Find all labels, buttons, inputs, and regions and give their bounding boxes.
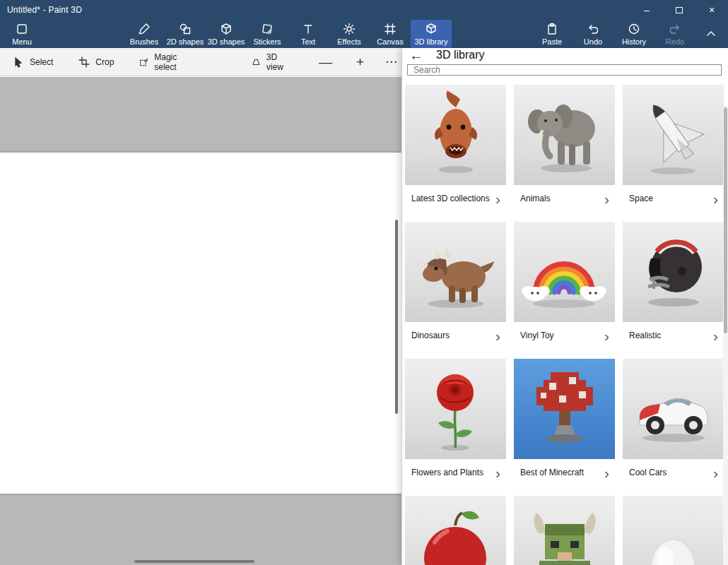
canvas-background	[0, 77, 401, 565]
tile-footer: Space ›	[623, 185, 724, 212]
tile-footer: Realistic ›	[623, 322, 724, 349]
tile-label: Space	[629, 194, 710, 204]
tile-label: Realistic	[629, 331, 710, 341]
title-bar: Untitled* - Paint 3D – ×	[0, 0, 728, 20]
window-title: Untitled* - Paint 3D	[0, 5, 82, 15]
fish-model-image	[405, 85, 506, 185]
tool-3d-shapes[interactable]: 3D shapes	[206, 20, 247, 48]
tool-3d-library[interactable]: 3D library	[411, 20, 452, 48]
zoom-out-button[interactable]: —	[315, 55, 336, 69]
tool-stickers[interactable]: Stickers	[247, 20, 288, 48]
vertical-scrollbar-thumb[interactable]	[395, 220, 398, 414]
action-label: Paste	[542, 37, 562, 46]
tile-flowers-and-plants[interactable]: Flowers and Plants ›	[405, 359, 506, 486]
tile-best-of-minecraft[interactable]: Best of Minecraft ›	[514, 359, 615, 486]
rose-model-image	[405, 359, 506, 459]
tile-footer: Dinosaurs ›	[405, 322, 506, 349]
tile-footer: Best of Minecraft ›	[514, 459, 615, 486]
chevron-right-icon: ›	[604, 465, 609, 480]
paste-icon	[546, 23, 558, 35]
chevron-right-icon: ›	[495, 465, 500, 480]
tool-canvas[interactable]: Canvas	[370, 20, 411, 48]
minimize-button[interactable]: –	[630, 0, 663, 20]
tool-label: Stickers	[253, 37, 281, 46]
tool-text[interactable]: Text	[288, 20, 329, 48]
main-toolbar: Menu Brushes 2D shapes 3D shapes Sticker…	[0, 20, 728, 48]
panel-scrollbar-thumb[interactable]	[724, 107, 727, 333]
tile-realistic[interactable]: Realistic ›	[623, 222, 724, 349]
tile-partial-minecraft-creature[interactable]: ›	[514, 496, 615, 565]
search-input[interactable]	[408, 65, 721, 75]
minimize-icon: –	[644, 4, 650, 16]
tile-label: Best of Minecraft	[520, 468, 601, 478]
mannequin-head-model-image	[623, 496, 724, 565]
tool-effects[interactable]: Effects	[329, 20, 370, 48]
tile-cool-cars[interactable]: Cool Cars ›	[623, 359, 724, 486]
tile-footer: Vinyl Toy ›	[514, 322, 615, 349]
tile-footer: Animals ›	[514, 185, 615, 212]
zoom-in-button[interactable]: +	[352, 55, 368, 69]
canvas-column: Select Crop Magic select 3D view — + ⋯	[0, 48, 401, 565]
menu-button[interactable]: Menu	[0, 20, 44, 48]
tile-footer: Flowers and Plants ›	[405, 459, 506, 486]
tool-label: 3D shapes	[208, 37, 245, 46]
panel-scrollbar	[723, 106, 728, 565]
3d-view-tool[interactable]: 3D view	[252, 52, 290, 72]
magic-select-tool[interactable]: Magic select	[139, 52, 192, 72]
select-icon	[13, 56, 24, 68]
tile-animals[interactable]: Animals ›	[514, 85, 615, 212]
tile-vinyl-toy[interactable]: Vinyl Toy ›	[514, 222, 615, 349]
redo-button[interactable]: Redo	[654, 20, 695, 48]
space-shuttle-model-image	[623, 85, 724, 185]
close-button[interactable]: ×	[695, 0, 728, 20]
library-grid: Latest 3D collections ›	[405, 85, 724, 565]
brush-icon	[138, 23, 151, 35]
chevron-right-icon: ›	[713, 328, 718, 343]
minecraft-tree-model-image	[514, 359, 615, 459]
3d-shapes-icon	[220, 23, 233, 35]
crop-tool[interactable]: Crop	[78, 56, 114, 68]
maximize-button[interactable]	[663, 0, 695, 20]
drawing-canvas[interactable]	[0, 153, 401, 494]
tool-2d-shapes[interactable]: 2D shapes	[165, 20, 206, 48]
tile-label: Vinyl Toy	[520, 331, 601, 341]
2d-shapes-icon	[179, 23, 192, 35]
close-icon: ×	[709, 4, 715, 16]
maximize-icon	[676, 7, 683, 13]
tile-latest-3d-collections[interactable]: Latest 3D collections ›	[405, 85, 506, 212]
history-icon	[628, 23, 640, 35]
3d-view-icon	[252, 56, 261, 68]
undo-button[interactable]: Undo	[573, 20, 613, 48]
chevron-right-icon: ›	[495, 328, 500, 343]
panel-header: ← 3D library	[402, 48, 728, 62]
chevron-right-icon: ›	[495, 191, 500, 206]
undo-icon	[587, 23, 599, 35]
back-button[interactable]: ←	[409, 48, 423, 62]
horizontal-scrollbar-thumb[interactable]	[134, 560, 254, 563]
apple-model-image	[405, 496, 506, 565]
tile-partial-mannequin-head[interactable]: ›	[623, 496, 724, 565]
tool-label: Brushes	[130, 37, 158, 46]
3d-library-panel: ← 3D library	[401, 48, 728, 565]
chevron-right-icon: ›	[604, 191, 609, 206]
chevron-right-icon: ›	[713, 465, 718, 480]
tile-footer: Cool Cars ›	[623, 459, 724, 486]
history-button[interactable]: History	[613, 20, 654, 48]
action-group: Paste Undo History Redo	[532, 20, 728, 48]
tile-space[interactable]: Space ›	[623, 85, 724, 212]
paste-button[interactable]: Paste	[532, 20, 573, 48]
canvas-icon	[384, 23, 397, 35]
tile-partial-apple[interactable]: ›	[405, 496, 506, 565]
toy-car-model-image	[623, 359, 724, 459]
select-tool[interactable]: Select	[13, 56, 53, 68]
tool-label: Effects	[337, 37, 360, 46]
tile-dinosaurs[interactable]: Dinosaurs ›	[405, 222, 506, 349]
tool-label: Canvas	[377, 37, 403, 46]
panel-title: 3D library	[436, 49, 484, 61]
collapse-toolbar-button[interactable]	[695, 20, 727, 48]
tile-label: Latest 3D collections	[411, 194, 493, 204]
more-options-button[interactable]: ⋯	[381, 56, 401, 68]
tool-brushes[interactable]: Brushes	[124, 20, 165, 48]
tile-footer: Latest 3D collections ›	[405, 185, 506, 212]
magic-select-label: Magic select	[154, 52, 192, 72]
